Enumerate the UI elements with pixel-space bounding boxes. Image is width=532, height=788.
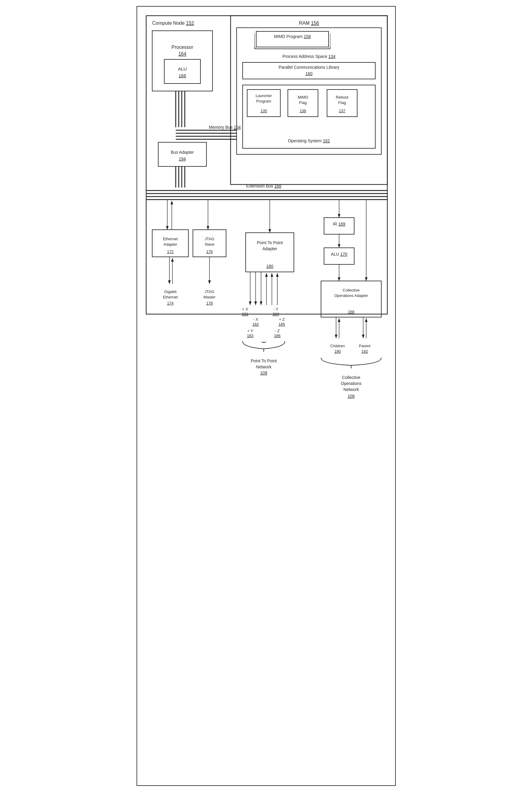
launcher-number: 135	[260, 109, 267, 113]
os-label: Operating System 162	[288, 138, 330, 143]
plus-z-label: + Z	[279, 317, 284, 322]
ethernet-adapter-label: Ethernet	[163, 237, 178, 241]
reboot-flag-number: 137	[339, 109, 346, 113]
jtag-slave-label: JTAG	[204, 237, 214, 241]
processor-box	[152, 31, 213, 91]
pcl-label: Parallel Communications Library	[278, 65, 339, 70]
launcher-label2: Program	[256, 99, 271, 103]
process-addr-label: Process Address Space 134	[282, 54, 335, 59]
bus-adapter-number: 194	[179, 156, 186, 161]
plus-z-number: 185	[278, 322, 285, 327]
alu-box	[164, 59, 200, 83]
ptp-network-number: 108	[260, 371, 268, 375]
mimd-prog-text2: MIMD Program 158	[274, 34, 311, 39]
jtag-slave-label2: Slave	[204, 242, 214, 247]
ptp-adapter-label: Point To Point	[256, 240, 282, 245]
children-label: Children	[330, 344, 344, 348]
coa-label: Collective	[342, 288, 359, 292]
launcher-label: Launcher	[255, 94, 272, 98]
mimd-flag-label: MIMD	[297, 95, 308, 99]
gigabit-ethernet-label2: Ethernet	[163, 295, 178, 299]
gigabit-ethernet-label: Gigabit	[164, 289, 177, 294]
memory-bus-label: Memory Bus 154	[209, 125, 241, 130]
coa-number: 188	[348, 310, 354, 314]
alu-label: ALU	[178, 66, 186, 72]
ptp-adapter-number: 180	[266, 264, 273, 269]
plus-x-number: 181	[242, 312, 248, 316]
pcl-number: 160	[306, 71, 313, 76]
jtag-master-label: JTAG	[204, 289, 214, 294]
alu170-label: ALU 170	[331, 252, 347, 257]
minus-x-number: 182	[252, 322, 259, 327]
processor-label: Processor	[171, 45, 193, 50]
compute-node-label: Compute Node 152	[152, 20, 194, 26]
jtag-master-number: 178	[206, 301, 213, 306]
alu-number: 166	[178, 73, 186, 78]
coa-network-label: Collective	[342, 375, 360, 380]
children-number: 190	[334, 349, 341, 354]
plus-y-label: + Y	[247, 329, 253, 333]
bus-adapter-label: Bus Adapter	[171, 150, 194, 155]
ptp-brace: ⌣	[261, 337, 267, 346]
ptp-adapter-label2: Adapter	[262, 246, 277, 251]
jtag-slave-number: 176	[206, 249, 213, 254]
parent-label: Parent	[359, 344, 371, 348]
diagram-wrapper: Compute Node 152 Processor 164 ALU 166 R…	[137, 6, 396, 786]
coa-label2: Operations Adapter	[334, 293, 368, 298]
ptp-network-label: Point To Point	[251, 358, 276, 363]
ptp-network-label2: Network	[256, 365, 272, 369]
parent-number: 192	[361, 349, 368, 354]
minus-x-label: - X	[253, 317, 258, 322]
ethernet-adapter-label2: Adapter	[163, 242, 177, 247]
coa-network-label3: Network	[343, 387, 359, 392]
extension-bus-label: Extension Bus 168	[246, 183, 281, 189]
reboot-flag-label: Reboot	[336, 95, 349, 99]
plus-x-label: + X	[242, 307, 248, 311]
main-diagram-svg: Compute Node 152 Processor 164 ALU 166 R…	[143, 13, 390, 779]
ethernet-adapter-number: 172	[167, 249, 174, 254]
reboot-flag-label2: Flag	[338, 100, 346, 105]
plus-y-number: 183	[247, 333, 254, 338]
minus-y-label: - Y	[273, 307, 278, 311]
mimd-flag-number: 136	[300, 109, 306, 113]
minus-z-label: - Z	[275, 329, 280, 333]
minus-y-number: 184	[273, 312, 279, 316]
coa-network-label2: Operations	[341, 381, 361, 386]
gigabit-ethernet-number: 174	[167, 301, 174, 306]
ir-label: IR 169	[333, 221, 345, 226]
mimd-flag-label2: Flag	[299, 100, 307, 105]
minus-z-number: 186	[274, 333, 281, 338]
processor-number: 164	[178, 51, 186, 56]
ram-label: RAM 156	[299, 20, 319, 26]
jtag-master-label2: Master	[203, 295, 216, 299]
coa-network-number: 106	[348, 394, 355, 398]
compute-node-box	[146, 16, 387, 314]
